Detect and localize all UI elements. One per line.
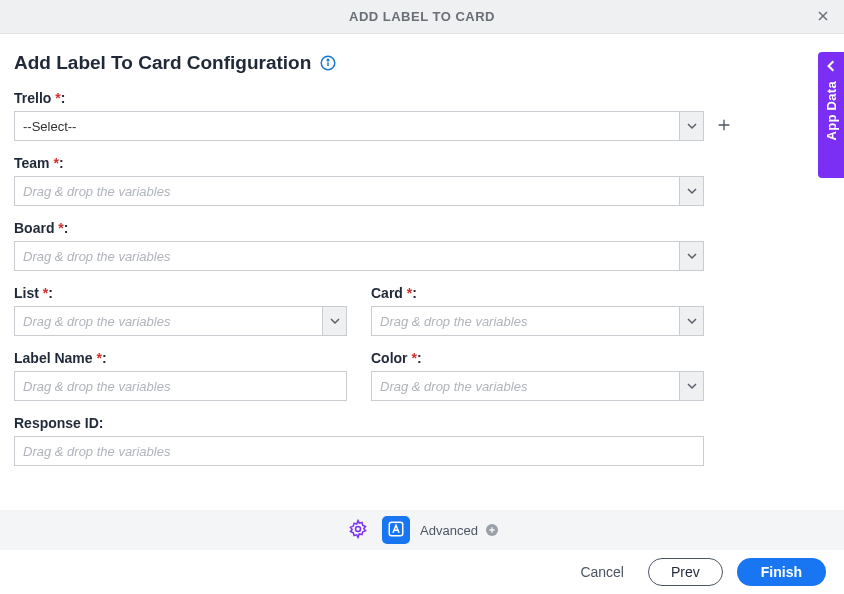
color-select[interactable]: Drag & drop the variables (371, 371, 704, 401)
plus-circle-icon (484, 522, 500, 538)
finish-button[interactable]: Finish (737, 558, 826, 586)
team-placeholder: Drag & drop the variables (15, 184, 679, 199)
page-title: Add Label To Card Configuration (14, 52, 311, 74)
modal-title: ADD LABEL TO CARD (349, 9, 495, 24)
settings-button[interactable] (344, 516, 372, 544)
color-placeholder: Drag & drop the variables (372, 379, 679, 394)
field-team: Team *: Drag & drop the variables (14, 155, 830, 206)
cancel-button[interactable]: Cancel (570, 558, 634, 586)
content-area: Add Label To Card Configuration Trello *… (0, 34, 844, 466)
close-icon (815, 8, 831, 27)
response-id-input[interactable]: Drag & drop the variables (14, 436, 704, 466)
field-response-id: Response ID: Drag & drop the variables (14, 415, 704, 466)
label-response-id: Response ID: (14, 415, 704, 431)
chevron-down-icon (679, 372, 703, 400)
advanced-toggle[interactable]: Advanced (420, 522, 500, 538)
chevron-down-icon (679, 242, 703, 270)
close-button[interactable] (812, 6, 834, 28)
label-board: Board *: (14, 220, 830, 236)
list-placeholder: Drag & drop the variables (15, 314, 322, 329)
letter-a-icon (387, 520, 405, 541)
chevron-down-icon (322, 307, 346, 335)
page-title-row: Add Label To Card Configuration (14, 52, 830, 74)
svg-point-2 (328, 59, 330, 61)
label-color: Color *: (371, 350, 704, 366)
advanced-label: Advanced (420, 523, 478, 538)
response-id-placeholder: Drag & drop the variables (15, 444, 703, 459)
chevron-down-icon (679, 112, 703, 140)
mode-toggle-button[interactable] (382, 516, 410, 544)
board-placeholder: Drag & drop the variables (15, 249, 679, 264)
info-icon[interactable] (319, 54, 337, 72)
field-list: List *: Drag & drop the variables (14, 285, 347, 336)
svg-point-3 (356, 526, 361, 531)
trello-select-value: --Select-- (15, 119, 679, 134)
label-name-placeholder: Drag & drop the variables (15, 379, 346, 394)
field-label-name: Label Name *: Drag & drop the variables (14, 350, 347, 401)
team-select[interactable]: Drag & drop the variables (14, 176, 704, 206)
chevron-left-icon (825, 60, 837, 81)
field-trello: Trello *: --Select-- (14, 90, 830, 141)
footer-toolbar: Advanced (0, 510, 844, 550)
label-team: Team *: (14, 155, 830, 171)
action-bar: Cancel Prev Finish (0, 550, 844, 594)
prev-button[interactable]: Prev (648, 558, 723, 586)
plus-icon (716, 117, 732, 136)
label-trello: Trello *: (14, 90, 830, 106)
app-data-label: App Data (824, 81, 839, 140)
card-placeholder: Drag & drop the variables (372, 314, 679, 329)
field-board: Board *: Drag & drop the variables (14, 220, 830, 271)
label-name-input[interactable]: Drag & drop the variables (14, 371, 347, 401)
field-color: Color *: Drag & drop the variables (371, 350, 704, 401)
gear-icon (348, 519, 368, 542)
modal-header: ADD LABEL TO CARD (0, 0, 844, 34)
board-select[interactable]: Drag & drop the variables (14, 241, 704, 271)
card-select[interactable]: Drag & drop the variables (371, 306, 704, 336)
trello-select[interactable]: --Select-- (14, 111, 704, 141)
list-select[interactable]: Drag & drop the variables (14, 306, 347, 336)
app-data-tab[interactable]: App Data (818, 52, 844, 178)
label-list: List *: (14, 285, 347, 301)
add-connection-button[interactable] (714, 116, 734, 136)
chevron-down-icon (679, 307, 703, 335)
field-card: Card *: Drag & drop the variables (371, 285, 704, 336)
label-label-name: Label Name *: (14, 350, 347, 366)
label-card: Card *: (371, 285, 704, 301)
chevron-down-icon (679, 177, 703, 205)
